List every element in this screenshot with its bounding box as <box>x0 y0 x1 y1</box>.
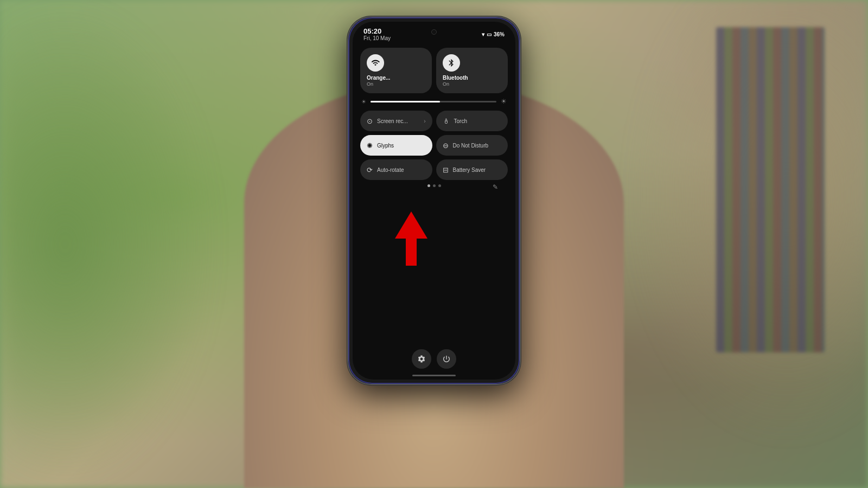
screen-record-icon: ⊙ <box>367 117 373 125</box>
do-not-disturb-tile[interactable]: ⊖ Do Not Disturb <box>436 135 508 156</box>
home-indicator[interactable] <box>412 375 456 376</box>
front-camera <box>431 29 437 35</box>
page-dots <box>360 184 508 187</box>
glyphs-icon: ✺ <box>367 142 373 150</box>
brightness-slider[interactable] <box>371 101 496 102</box>
bluetooth-tile-status: On <box>443 81 449 87</box>
bg-left <box>0 0 217 488</box>
torch-tile[interactable]: 🕯 Torch <box>436 111 508 131</box>
torch-label: Torch <box>454 118 502 124</box>
phone-body: 05:20 Fri, 10 May ▾ ▭ 36% <box>347 16 521 385</box>
wifi-tile-status: On <box>367 81 373 87</box>
battery-icon: ▭ <box>487 31 492 37</box>
auto-rotate-tile[interactable]: ⟳ Auto-rotate <box>360 159 432 180</box>
svg-marker-1 <box>395 211 427 266</box>
glyphs-tile[interactable]: ✺ Glyphs <box>360 135 432 156</box>
wifi-tile-icon <box>367 54 384 72</box>
page-dot-1 <box>427 184 430 187</box>
annotation-arrow <box>379 206 444 271</box>
status-date: Fri, 10 May <box>363 35 391 41</box>
do-not-disturb-icon: ⊖ <box>443 142 449 150</box>
phone-device: 05:20 Fri, 10 May ▾ ▭ 36% <box>347 16 521 385</box>
phone-screen: 05:20 Fri, 10 May ▾ ▭ 36% <box>353 22 515 380</box>
screen-record-arrow: › <box>424 118 425 124</box>
wifi-tile-name: Orange... <box>367 75 390 81</box>
bottom-buttons <box>412 349 456 369</box>
battery-saver-icon: ⊟ <box>443 166 449 174</box>
battery-saver-tile[interactable]: ⊟ Battery Saver <box>436 159 508 180</box>
battery-saver-label: Battery Saver <box>453 167 502 173</box>
bluetooth-tile-icon <box>443 54 460 72</box>
edit-icon[interactable]: ✎ <box>493 183 498 191</box>
brightness-low-icon: ☀ <box>361 99 366 105</box>
brightness-row: ☀ ☀ <box>360 98 508 105</box>
settings-button[interactable] <box>412 349 431 369</box>
big-tiles-row: Orange... On Bluetooth On <box>360 48 508 93</box>
power-button[interactable] <box>437 349 456 369</box>
bg-books-decoration <box>716 27 825 352</box>
small-tiles-grid: ⊙ Screen rec... › 🕯 Torch ✺ Glyphs <box>360 111 508 180</box>
quick-settings-panel: Orange... On Bluetooth On <box>353 43 515 196</box>
battery-percent: 36% <box>494 31 505 37</box>
status-icons: ▾ ▭ 36% <box>482 31 505 37</box>
wifi-icon: ▾ <box>482 31 484 37</box>
glyphs-label: Glyphs <box>377 143 426 149</box>
auto-rotate-label: Auto-rotate <box>377 167 426 173</box>
auto-rotate-icon: ⟳ <box>367 166 373 174</box>
screen-record-label: Screen rec... <box>377 118 419 124</box>
brightness-fill <box>371 101 440 102</box>
wifi-tile[interactable]: Orange... On <box>360 48 432 93</box>
page-dot-3 <box>438 184 441 187</box>
bluetooth-tile-name: Bluetooth <box>443 75 468 81</box>
screen-record-tile[interactable]: ⊙ Screen rec... › <box>360 111 432 131</box>
bluetooth-tile[interactable]: Bluetooth On <box>436 48 508 93</box>
page-dot-2 <box>433 184 436 187</box>
brightness-high-icon: ☀ <box>501 98 507 105</box>
torch-icon: 🕯 <box>443 117 450 125</box>
status-time: 05:20 <box>363 27 391 35</box>
do-not-disturb-label: Do Not Disturb <box>453 143 502 149</box>
